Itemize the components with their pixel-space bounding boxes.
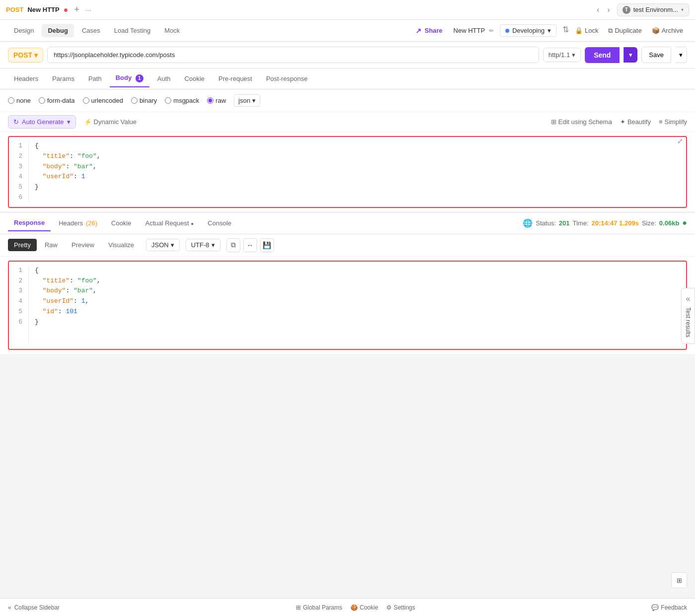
feedback-button[interactable]: 💬 Feedback bbox=[651, 604, 687, 611]
more-options-button[interactable]: ··· bbox=[85, 6, 91, 14]
response-code-area[interactable]: 1 2 3 4 5 6 { "title": "foo", "body": "b… bbox=[8, 261, 687, 350]
pretty-icons: ⧉ ↔ 💾 bbox=[226, 238, 274, 252]
format-label: json bbox=[238, 97, 250, 104]
pretty-tab-preview[interactable]: Preview bbox=[66, 239, 100, 251]
url-input[interactable] bbox=[47, 47, 539, 63]
lock-button[interactable]: 🔒 Lock bbox=[571, 25, 602, 37]
simplify-icon: ≡ bbox=[659, 118, 663, 126]
tab-path[interactable]: Path bbox=[82, 71, 108, 86]
pretty-tab-raw[interactable]: Raw bbox=[39, 239, 64, 251]
sidebar-collapse-chevron-icon: « bbox=[686, 294, 691, 303]
size-value: 0.06kb bbox=[659, 219, 679, 227]
tab-cases[interactable]: Cases bbox=[76, 24, 106, 37]
tab-load-testing[interactable]: Load Testing bbox=[108, 24, 157, 37]
settings-button[interactable]: ⚙ Settings bbox=[386, 604, 415, 611]
dynamic-value-button[interactable]: ⚡ Dynamic Value bbox=[80, 116, 140, 128]
resp-tab-cookie[interactable]: Cookie bbox=[105, 215, 137, 231]
tab-auth[interactable]: Auth bbox=[151, 71, 177, 86]
request-code-content[interactable]: { "title": "foo", "body": "bar", "userId… bbox=[29, 141, 686, 203]
beautify-button[interactable]: ✦ Beautify bbox=[620, 118, 651, 126]
collapse-sidebar-button[interactable]: « Collapse Sidebar bbox=[8, 604, 60, 611]
code-line-4: "userId": 1 bbox=[35, 172, 680, 182]
tab-mock[interactable]: Mock bbox=[158, 24, 186, 37]
body-tab-bar: Headers Params Path Body 1 Auth Cookie P… bbox=[0, 68, 695, 89]
collapse-label: Collapse Sidebar bbox=[14, 604, 60, 611]
wrap-button[interactable]: ↔ bbox=[243, 238, 257, 252]
resp-line-1: { bbox=[35, 266, 680, 276]
radio-none[interactable]: none bbox=[8, 97, 31, 104]
radio-binary[interactable]: binary bbox=[131, 97, 157, 104]
save-dropdown-button[interactable]: ▾ bbox=[675, 47, 687, 63]
footer-cookie-label: Cookie bbox=[360, 604, 378, 611]
footer-cookie-button[interactable]: 🍪 Cookie bbox=[350, 604, 378, 611]
title-dot: ● bbox=[64, 5, 69, 14]
auto-generate-button[interactable]: ↻ Auto Generate ▾ bbox=[8, 115, 76, 129]
env-name: test Environm... bbox=[633, 6, 678, 13]
test-results-sidebar[interactable]: « Test results bbox=[681, 288, 695, 344]
request-code-area[interactable]: 1 2 3 4 5 6 { "title": "foo", "body": "b… bbox=[8, 136, 687, 208]
copy-button[interactable]: ⧉ bbox=[226, 238, 240, 252]
resp-line-4: "userId": 1, bbox=[35, 296, 680, 307]
response-format-select[interactable]: JSON ▾ bbox=[146, 239, 180, 251]
archive-button[interactable]: 📦 Archive bbox=[648, 25, 687, 37]
protocol-select[interactable]: http/1.1 ▾ bbox=[543, 48, 581, 62]
method-select[interactable]: POST ▾ bbox=[8, 48, 43, 63]
send-button[interactable]: Send bbox=[585, 47, 620, 63]
tab-post-response[interactable]: Post-response bbox=[260, 71, 314, 86]
format-select[interactable]: json ▾ bbox=[234, 94, 260, 107]
response-code-content[interactable]: { "title": "foo", "body": "bar", "userId… bbox=[29, 266, 686, 345]
radio-msgpack[interactable]: msgpack bbox=[165, 97, 199, 104]
resp-tab-actual-request[interactable]: Actual Request ● bbox=[139, 215, 200, 231]
code-line-1: { bbox=[35, 141, 680, 151]
tab-pre-request[interactable]: Pre-request bbox=[212, 71, 258, 86]
time-value: 20:14:47 1.209s bbox=[592, 219, 639, 227]
save-button[interactable]: Save bbox=[641, 47, 671, 63]
forward-button[interactable]: › bbox=[604, 4, 613, 15]
request-code-toolbar: ↻ Auto Generate ▾ ⚡ Dynamic Value ⊞ Edit… bbox=[0, 112, 695, 132]
code-line-2: "title": "foo", bbox=[35, 151, 680, 162]
duplicate-button[interactable]: ⧉ Duplicate bbox=[604, 25, 645, 37]
share-button[interactable]: ↗ Share bbox=[411, 25, 447, 37]
tab-body[interactable]: Body 1 bbox=[110, 70, 149, 87]
pretty-tab-visualize[interactable]: Visualize bbox=[102, 239, 140, 251]
test-results-label: Test results bbox=[685, 307, 692, 338]
add-tab-button[interactable]: + bbox=[72, 4, 81, 15]
resp-tab-response[interactable]: Response bbox=[8, 215, 51, 231]
tab-cookie[interactable]: Cookie bbox=[179, 71, 210, 86]
pretty-tab-pretty[interactable]: Pretty bbox=[8, 239, 37, 251]
resp-tab-headers[interactable]: Headers (26) bbox=[53, 215, 103, 231]
share-icon: ↗ bbox=[416, 27, 421, 35]
code-line-3: "body": "bar", bbox=[35, 162, 680, 172]
developing-label: Developing bbox=[512, 27, 545, 34]
tab-design[interactable]: Design bbox=[8, 24, 40, 37]
developing-button[interactable]: Developing ▾ bbox=[500, 24, 556, 37]
collapse-chevron-icon: « bbox=[8, 604, 11, 611]
encoding-select[interactable]: UTF-8 ▾ bbox=[186, 239, 220, 251]
protocol-chevron-icon: ▾ bbox=[572, 51, 575, 59]
response-section: Response Headers (26) Cookie Actual Requ… bbox=[0, 212, 695, 354]
save-response-button[interactable]: 💾 bbox=[260, 238, 274, 252]
edit-schema-button[interactable]: ⊞ Edit using Schema bbox=[551, 118, 612, 126]
tab-headers[interactable]: Headers bbox=[8, 71, 44, 86]
global-params-button[interactable]: ⊞ Global Params bbox=[296, 604, 342, 611]
expand-icon[interactable]: ⤢ bbox=[677, 136, 683, 147]
resp-line-2: "title": "foo", bbox=[35, 276, 680, 286]
global-params-icon: ⊞ bbox=[296, 604, 301, 611]
resp-tab-console[interactable]: Console bbox=[202, 215, 237, 231]
toolbar-actions: ⇅ 🔒 Lock ⧉ Duplicate 📦 Archive bbox=[562, 25, 687, 37]
tab-params[interactable]: Params bbox=[46, 71, 80, 86]
simplify-button[interactable]: ≡ Simplify bbox=[659, 118, 687, 126]
radio-raw[interactable]: raw bbox=[207, 97, 226, 104]
tab-debug[interactable]: Debug bbox=[42, 24, 73, 37]
layout-button[interactable]: ⊞ bbox=[671, 572, 687, 588]
response-line-numbers: 1 2 3 4 5 6 bbox=[9, 266, 29, 345]
send-dropdown-button[interactable]: ▾ bbox=[624, 47, 637, 63]
environment-selector[interactable]: T test Environm... ▾ bbox=[617, 3, 689, 16]
back-button[interactable]: ‹ bbox=[594, 4, 602, 15]
settings-label: Settings bbox=[394, 604, 415, 611]
status-bar: 🌐 Status: 201 Time: 20:14:47 1.209s Size… bbox=[239, 218, 687, 228]
dev-dot-icon bbox=[505, 29, 509, 33]
protocol-label: http/1.1 bbox=[549, 51, 570, 59]
radio-urlencoded[interactable]: urlencoded bbox=[83, 97, 123, 104]
radio-form-data[interactable]: form-data bbox=[39, 97, 75, 104]
